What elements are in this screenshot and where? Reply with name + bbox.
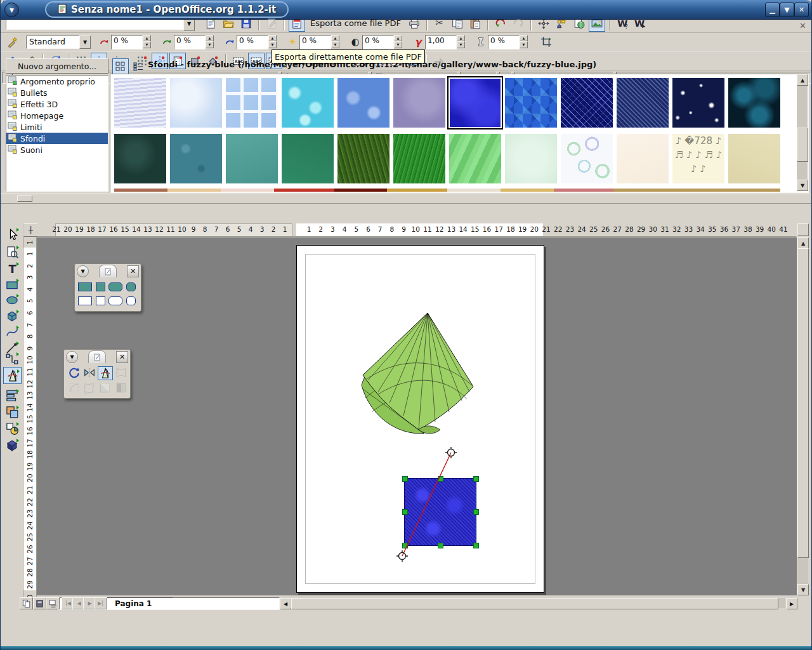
selection-handle[interactable]	[473, 543, 479, 548]
stepper-down-icon[interactable]: ▼	[457, 41, 465, 48]
gallery-scrollbar-thumb[interactable]	[797, 128, 808, 162]
crop-icon[interactable]	[538, 34, 554, 50]
effect-rotate[interactable]	[67, 366, 81, 379]
stepper-down-icon[interactable]: ▼	[394, 41, 402, 48]
gallery-topic-suoni[interactable]: Suoni	[6, 144, 108, 156]
thumbnail-stucco-purple[interactable]	[393, 78, 445, 128]
edit-file-icon[interactable]	[263, 15, 280, 32]
contrast-stepper[interactable]: ▲▼	[394, 35, 402, 48]
thumbnail-maze-navy[interactable]	[561, 78, 613, 128]
hscrollbar-thumb[interactable]	[291, 598, 778, 609]
brightness-stepper[interactable]: ▲▼	[331, 35, 339, 48]
outline-square[interactable]	[93, 295, 107, 307]
filled-square[interactable]	[93, 281, 107, 293]
outline-rect[interactable]	[78, 295, 92, 307]
page-mode-button[interactable]	[20, 597, 33, 609]
gallery-topic-effetti-3d[interactable]: Effetti 3D	[6, 98, 108, 110]
splitter-grip[interactable]	[17, 196, 32, 202]
outline-rounded-rect[interactable]	[108, 295, 122, 307]
exit-all-groups-icon[interactable]	[431, 53, 447, 69]
thumbnail-rings-pastel[interactable]	[561, 134, 613, 183]
stepper-up-icon[interactable]: ▲	[268, 35, 277, 42]
thumbnail-blobs-dark-teal[interactable]	[728, 78, 780, 128]
effect-distort[interactable]	[82, 381, 96, 394]
lathe-3d-object[interactable]	[353, 309, 483, 439]
thumbnail-notes-music[interactable]: ♪ �728 ♪ ♬ ♪ ♪ ♬ ♪ ♪ ♪	[672, 134, 724, 183]
stepper-up-icon[interactable]: ▲	[394, 35, 402, 42]
thumbnail-fabric-lavender[interactable]	[114, 78, 166, 128]
thumbnail-drops-teal[interactable]	[170, 134, 222, 183]
stepper-down-icon[interactable]: ▼	[206, 41, 214, 48]
palette-header[interactable]: ▼ ✕	[75, 264, 141, 278]
document-close-icon[interactable]: ✕	[799, 21, 806, 30]
scroll-up-icon[interactable]: ▲	[797, 237, 809, 249]
gallery-topic-homepage[interactable]: Homepage	[6, 110, 108, 121]
graphics-mode-dropdown-icon[interactable]: ▼	[79, 36, 91, 49]
tool-select[interactable]	[3, 226, 20, 242]
thumbnail-clouds-blue[interactable]	[170, 78, 222, 128]
palette-menu-icon[interactable]: ▼	[66, 351, 78, 363]
selection-handle[interactable]	[473, 476, 479, 482]
tool-rectangle[interactable]	[3, 277, 20, 293]
drawing-canvas[interactable]	[37, 237, 797, 595]
stepper-up-icon[interactable]: ▲	[520, 35, 528, 42]
gallery-topic-limiti[interactable]: Limiti	[6, 121, 108, 133]
red-stepper[interactable]: ▲▼	[143, 35, 151, 48]
page-nav-last-icon[interactable]: ▶|	[94, 597, 107, 609]
rotation-axis[interactable]	[391, 444, 473, 565]
window-menu-button[interactable]: ▼	[4, 3, 19, 17]
effect-transparency[interactable]	[98, 381, 112, 394]
thumbnail-speckle-sand[interactable]	[728, 134, 780, 183]
horizontal-ruler[interactable]: 2120191817161514131211109876543211234567…	[37, 223, 796, 237]
effect-set-to-circle[interactable]	[67, 381, 81, 394]
gallery-topic-argomento-proprio[interactable]: Argomento proprio	[6, 76, 108, 87]
master-mode-button[interactable]	[33, 597, 46, 609]
scroll-down-icon[interactable]: ▼	[797, 584, 809, 595]
effect-flip[interactable]	[82, 366, 96, 379]
thumbnail-rough-dark-teal[interactable]	[114, 134, 166, 183]
tool-ellipse[interactable]	[3, 292, 20, 308]
scrollbar-corner-button[interactable]	[797, 223, 808, 236]
ruler-origin-button[interactable]: ┼	[23, 223, 38, 237]
gamma-value[interactable]: 1,00	[425, 35, 457, 50]
titlebar[interactable]: ▼ Senza nome1 - OpenOffice.org 1.1.2-it …	[1, 0, 812, 20]
stepper-down-icon[interactable]: ▼	[520, 41, 528, 48]
outline-rounded-square[interactable]	[124, 295, 138, 307]
stepper-up-icon[interactable]: ▲	[143, 35, 151, 42]
hscroll-right-icon[interactable]: ▶	[786, 598, 797, 609]
tool-controller-3d[interactable]	[3, 437, 20, 453]
tool-alignment[interactable]	[3, 387, 20, 403]
page-tab[interactable]: Pagina 1	[106, 597, 182, 609]
tool-connector[interactable]	[3, 350, 20, 366]
filled-rounded-square[interactable]	[124, 281, 138, 293]
thumbnail-fuzzy-blue[interactable]	[449, 78, 501, 128]
green-stepper[interactable]: ▲▼	[206, 35, 214, 48]
palette-close-icon[interactable]: ✕	[116, 351, 128, 363]
stepper-down-icon[interactable]: ▼	[331, 41, 339, 48]
gallery-splitter[interactable]	[1, 194, 812, 204]
effect-set-in-circle[interactable]	[114, 366, 128, 379]
transparency-stepper[interactable]: ▲▼	[520, 35, 528, 48]
thumbnail-speckle-cream[interactable]	[617, 134, 669, 183]
gallery-scrollbar[interactable]: ▲ ▼	[797, 74, 808, 191]
tool-arrange[interactable]	[3, 404, 20, 420]
thumbnail-denim-navy[interactable]	[617, 78, 669, 128]
gallery-scroll-up-icon[interactable]: ▲	[797, 74, 808, 86]
icon-view-icon[interactable]	[112, 58, 129, 75]
filter-icon[interactable]	[4, 34, 21, 50]
effects-palette[interactable]: ▼ ✕	[63, 349, 131, 399]
tool-effects[interactable]	[3, 367, 22, 384]
blue-value[interactable]: 0 %	[237, 35, 268, 50]
thumbnail-grass-dark[interactable]	[337, 134, 390, 183]
thumbnail-speckle-mint[interactable]	[505, 134, 557, 183]
effect-gradient[interactable]	[114, 381, 128, 394]
stepper-up-icon[interactable]: ▲	[331, 35, 339, 42]
vertical-ruler[interactable]: 1123456789101112131415161718192021222324…	[23, 237, 37, 603]
close-button[interactable]: ✕	[794, 3, 809, 17]
vscrollbar-thumb[interactable]	[797, 248, 809, 558]
palette-menu-icon[interactable]: ▼	[77, 265, 89, 277]
minimize-button[interactable]: ▁	[765, 3, 780, 17]
stepper-down-icon[interactable]: ▼	[143, 41, 151, 48]
transparency-value[interactable]: 0 %	[488, 35, 520, 50]
thumbnail-grass-green[interactable]	[393, 134, 445, 183]
